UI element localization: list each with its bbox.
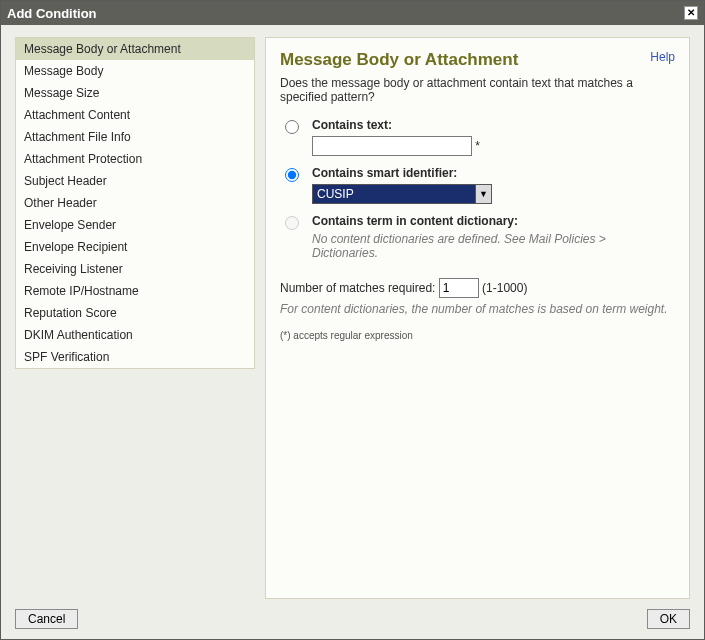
sidebar-item-attachment-content[interactable]: Attachment Content: [16, 104, 254, 126]
radio-contains-smart-identifier[interactable]: [285, 168, 299, 182]
content-dictionary-note: No content dictionaries are defined. See…: [312, 232, 675, 260]
page-title: Message Body or Attachment: [280, 50, 518, 70]
help-link[interactable]: Help: [650, 50, 675, 64]
label-number-of-matches: Number of matches required:: [280, 281, 439, 295]
condition-sidebar: Message Body or Attachment Message Body …: [15, 37, 255, 369]
sidebar-item-receiving-listener[interactable]: Receiving Listener: [16, 258, 254, 280]
dialog-title: Add Condition: [7, 6, 97, 21]
sidebar-item-dkim-authentication[interactable]: DKIM Authentication: [16, 324, 254, 346]
radio-contains-content-dictionary: [285, 216, 299, 230]
ok-button[interactable]: OK: [647, 609, 690, 629]
label-contains-smart-identifier: Contains smart identifier:: [312, 166, 675, 180]
radio-contains-text[interactable]: [285, 120, 299, 134]
main-panel: Message Body or Attachment Help Does the…: [265, 37, 690, 599]
sidebar-item-message-body-or-attachment[interactable]: Message Body or Attachment: [16, 38, 254, 60]
contains-text-input[interactable]: [312, 136, 472, 156]
sidebar-item-other-header[interactable]: Other Header: [16, 192, 254, 214]
sidebar-item-message-size[interactable]: Message Size: [16, 82, 254, 104]
option-contains-text: Contains text: *: [280, 118, 675, 156]
sidebar-item-attachment-file-info[interactable]: Attachment File Info: [16, 126, 254, 148]
sidebar-item-spf-verification[interactable]: SPF Verification: [16, 346, 254, 368]
cancel-button[interactable]: Cancel: [15, 609, 78, 629]
close-icon[interactable]: ✕: [684, 6, 698, 20]
dialog-body: Message Body or Attachment Message Body …: [1, 25, 704, 603]
sidebar-item-envelope-sender[interactable]: Envelope Sender: [16, 214, 254, 236]
sidebar-item-subject-header[interactable]: Subject Header: [16, 170, 254, 192]
sidebar-item-reputation-score[interactable]: Reputation Score: [16, 302, 254, 324]
option-contains-smart-identifier: Contains smart identifier: CUSIP ▼: [280, 166, 675, 204]
sidebar-item-attachment-protection[interactable]: Attachment Protection: [16, 148, 254, 170]
titlebar: Add Condition ✕: [1, 1, 704, 25]
sidebar-item-envelope-recipient[interactable]: Envelope Recipient: [16, 236, 254, 258]
page-description: Does the message body or attachment cont…: [280, 76, 675, 104]
sidebar-item-message-body[interactable]: Message Body: [16, 60, 254, 82]
label-contains-text: Contains text:: [312, 118, 675, 132]
matches-note: For content dictionaries, the number of …: [280, 302, 675, 316]
smart-identifier-select[interactable]: CUSIP ▼: [312, 184, 492, 204]
number-of-matches-row: Number of matches required: (1-1000): [280, 278, 675, 298]
add-condition-dialog: Add Condition ✕ Message Body or Attachme…: [0, 0, 705, 640]
main-header: Message Body or Attachment Help: [280, 50, 675, 76]
sidebar-item-remote-ip-hostname[interactable]: Remote IP/Hostname: [16, 280, 254, 302]
dialog-footer: Cancel OK: [1, 603, 704, 639]
regex-asterisk: *: [475, 139, 480, 153]
smart-identifier-selected-value: CUSIP: [317, 187, 354, 201]
regex-footnote: (*) accepts regular expression: [280, 330, 675, 341]
matches-range: (1-1000): [482, 281, 527, 295]
chevron-down-icon: ▼: [475, 185, 491, 203]
number-of-matches-input[interactable]: [439, 278, 479, 298]
option-contains-content-dictionary: Contains term in content dictionary: No …: [280, 214, 675, 260]
label-contains-content-dictionary: Contains term in content dictionary:: [312, 214, 675, 228]
